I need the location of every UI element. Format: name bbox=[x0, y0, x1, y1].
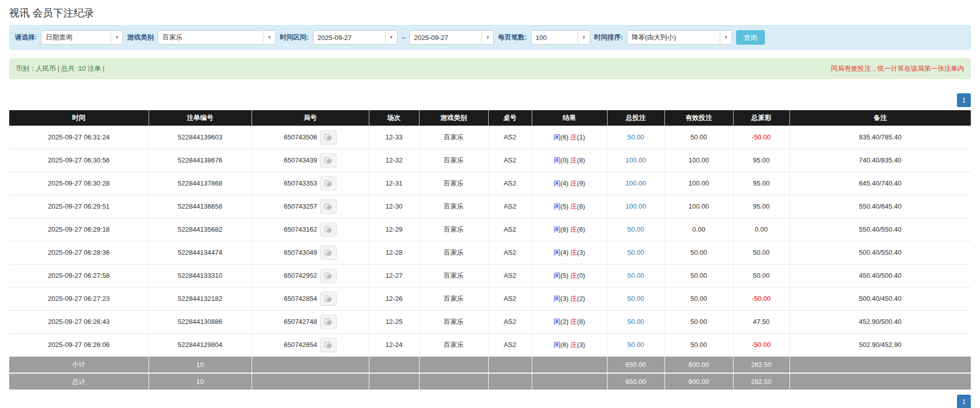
cell-result: 闲(4) 庄(3) bbox=[532, 241, 607, 264]
cell-bet-id: 522844132182 bbox=[149, 287, 252, 310]
cell-round-id: 650743506 bbox=[284, 133, 317, 141]
cell-note: 500.40/450.40 bbox=[789, 287, 971, 310]
time-sort-input[interactable] bbox=[628, 31, 720, 44]
date-to-select[interactable]: ▼ bbox=[409, 30, 494, 45]
total-bet-link[interactable]: 50.00 bbox=[628, 272, 644, 279]
total-bet-link[interactable]: 100.00 bbox=[625, 202, 646, 210]
chevron-down-icon[interactable]: ▼ bbox=[482, 31, 493, 44]
total-bet-link[interactable]: 50.00 bbox=[628, 133, 644, 141]
banker-result-count: (3) bbox=[577, 249, 585, 256]
cell-game: 百家乐 bbox=[419, 149, 488, 172]
page-title: 视讯 会员下注纪录 bbox=[9, 0, 971, 25]
pagination-bottom: 1 bbox=[9, 395, 971, 408]
total-bet-link[interactable]: 50.00 bbox=[628, 249, 644, 256]
player-result-label: 闲 bbox=[554, 249, 560, 256]
cell-time: 2025-09-27 06:26:43 bbox=[9, 310, 149, 333]
video-replay-button[interactable] bbox=[320, 246, 337, 260]
video-replay-button[interactable] bbox=[320, 315, 337, 329]
banker-result-label: 庄 bbox=[570, 272, 577, 279]
date-from-select[interactable]: ▼ bbox=[313, 30, 398, 45]
query-type-select[interactable]: ▼ bbox=[41, 30, 123, 45]
total-payout: 282.50 bbox=[733, 373, 789, 390]
per-page-input[interactable] bbox=[532, 31, 578, 44]
total-bet-link[interactable]: 50.00 bbox=[628, 318, 644, 325]
cell-payout: 50.00 bbox=[753, 249, 770, 256]
game-type-select[interactable]: ▼ bbox=[158, 30, 276, 45]
per-page-select[interactable]: ▼ bbox=[531, 30, 590, 45]
date-range-separator: ~ bbox=[402, 34, 406, 42]
game-type-input[interactable] bbox=[158, 31, 263, 44]
subtotal-label: 小计 bbox=[9, 356, 149, 373]
player-result-count: (6) bbox=[560, 341, 569, 349]
search-button[interactable]: 查询 bbox=[736, 30, 765, 45]
banker-result-count: (9) bbox=[577, 179, 585, 187]
video-replay-button[interactable] bbox=[320, 269, 337, 283]
valid-bet-note: 同局有效投注，统一计算在该局第一张注单内 bbox=[831, 64, 964, 73]
table-row: 2025-09-27 06:30:56 522844138676 6507434… bbox=[9, 149, 971, 172]
cell-table: AS2 bbox=[488, 333, 532, 356]
col-header-total-bet: 总投注 bbox=[607, 110, 664, 126]
cell-result: 闲(2) 庄(8) bbox=[532, 310, 607, 333]
video-replay-button[interactable] bbox=[320, 176, 337, 191]
cell-round-id: 650743162 bbox=[284, 226, 317, 233]
banker-result-count: (8) bbox=[577, 318, 585, 325]
cell-round-id: 650742748 bbox=[284, 318, 317, 325]
cell-bet-id: 522844129804 bbox=[149, 333, 252, 356]
video-camera-icon bbox=[324, 318, 332, 325]
cell-note: 500.40/550.40 bbox=[789, 241, 971, 264]
total-bet-link[interactable]: 50.00 bbox=[628, 341, 644, 349]
cell-payout: 95.00 bbox=[753, 202, 770, 210]
chevron-down-icon[interactable]: ▼ bbox=[111, 31, 122, 44]
total-bet-link[interactable]: 50.00 bbox=[628, 226, 644, 233]
query-type-input[interactable] bbox=[41, 31, 111, 44]
subtotal-count: 10 bbox=[149, 356, 252, 373]
cell-payout: -50.00 bbox=[752, 295, 771, 302]
chevron-down-icon[interactable]: ▼ bbox=[720, 31, 732, 44]
chevron-down-icon[interactable]: ▼ bbox=[578, 31, 590, 44]
player-result-count: (6) bbox=[560, 226, 569, 233]
cell-round-id: 650742952 bbox=[284, 272, 317, 279]
cell-result: 闲(5) 庄(8) bbox=[532, 195, 607, 218]
page-1-button[interactable]: 1 bbox=[957, 395, 971, 408]
cell-round-id: 650743257 bbox=[284, 202, 317, 210]
chevron-down-icon[interactable]: ▼ bbox=[263, 31, 275, 44]
cell-result: 闲(6) 庄(1) bbox=[532, 126, 607, 149]
filter-bar: 请选择: ▼ 游戏类别 ▼ 时间区间: ▼ ~ ▼ 每页笔数: ▼ 时间排序: … bbox=[9, 25, 971, 50]
video-replay-button[interactable] bbox=[320, 153, 337, 168]
cell-table: AS2 bbox=[488, 126, 532, 149]
date-from-input[interactable] bbox=[314, 31, 385, 44]
cell-valid-bet: 50.00 bbox=[664, 333, 733, 356]
total-bet-link[interactable]: 100.00 bbox=[625, 179, 646, 187]
player-result-count: (5) bbox=[560, 272, 569, 279]
col-header-valid-bet: 有效投注 bbox=[664, 110, 733, 126]
chevron-down-icon[interactable]: ▼ bbox=[385, 31, 397, 44]
video-replay-button[interactable] bbox=[320, 338, 337, 352]
total-bet-link[interactable]: 100.00 bbox=[625, 156, 646, 164]
cell-session: 12-29 bbox=[369, 218, 419, 241]
date-to-input[interactable] bbox=[410, 31, 482, 44]
table-row: 2025-09-27 06:31:24 522844139603 6507435… bbox=[9, 126, 971, 149]
total-bet-link[interactable]: 50.00 bbox=[628, 295, 644, 302]
player-result-label: 闲 bbox=[554, 156, 560, 164]
video-replay-button[interactable] bbox=[320, 222, 337, 237]
col-header-note: 备注 bbox=[789, 110, 971, 126]
banker-result-label: 庄 bbox=[570, 202, 577, 210]
cell-valid-bet: 50.00 bbox=[664, 126, 733, 149]
cell-table: AS2 bbox=[488, 218, 532, 241]
cell-note: 452.90/500.40 bbox=[789, 310, 971, 333]
video-replay-button[interactable] bbox=[320, 199, 337, 214]
page-1-button[interactable]: 1 bbox=[957, 93, 971, 107]
cell-table: AS2 bbox=[488, 172, 532, 195]
banker-result-label: 庄 bbox=[570, 249, 577, 256]
player-result-label: 闲 bbox=[554, 341, 560, 349]
cell-session: 12-32 bbox=[369, 149, 419, 172]
cell-session: 12-28 bbox=[369, 241, 419, 264]
currency-total-text: 币别：人民币 | 总共 :10 注单 | bbox=[16, 64, 105, 73]
video-camera-icon bbox=[324, 203, 332, 210]
video-replay-button[interactable] bbox=[320, 292, 337, 306]
player-result-label: 闲 bbox=[554, 272, 560, 279]
video-replay-button[interactable] bbox=[320, 130, 337, 145]
col-header-bet-id: 注单编号 bbox=[149, 110, 252, 126]
cell-round-id: 650743049 bbox=[284, 249, 317, 256]
time-sort-select[interactable]: ▼ bbox=[627, 30, 732, 45]
